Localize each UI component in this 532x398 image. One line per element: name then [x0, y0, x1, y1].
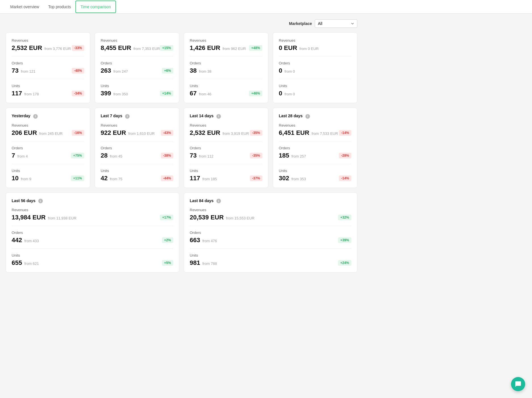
card-today-3: Revenues 1,426 EURfrom 962 EUR +48% Orde… — [184, 32, 268, 103]
orders-label-t2: Orders — [101, 61, 173, 65]
revenues-label-t1: Revenues — [12, 38, 84, 43]
orders-from-l84: from 476 — [202, 239, 217, 243]
units-badge-l84: +24% — [338, 260, 351, 266]
units-label-t2: Units — [101, 84, 173, 88]
orders-badge-l84: +39% — [338, 237, 351, 243]
units-value-t2: 399 — [101, 90, 111, 97]
revenues-value-t1: 2,532 EUR — [12, 44, 42, 51]
revenues-from-t1: from 3,776 EUR — [45, 47, 71, 51]
orders-badge-t1: -40% — [72, 68, 84, 74]
orders-label-y: Orders — [12, 146, 84, 150]
revenues-badge-t1: -33% — [72, 45, 84, 51]
units-value-t3: 67 — [190, 90, 197, 97]
units-from-l56: from 621 — [24, 261, 39, 266]
orders-value-y: 7 — [12, 152, 15, 159]
units-from-t4: from 0 — [284, 92, 295, 96]
units-label-t4: Units — [279, 84, 351, 88]
orders-from-l56: from 433 — [24, 239, 39, 243]
units-from-t3: from 46 — [199, 92, 211, 96]
orders-badge-t2: +6% — [162, 68, 173, 74]
revenues-badge-y: -16% — [72, 130, 84, 136]
revenues-value-l28: 6,451 EUR — [279, 129, 309, 136]
units-label-l14: Units — [190, 169, 262, 173]
revenues-label-l56: Revenues — [12, 208, 173, 212]
card-last7: Last 7 days i Revenues 922 EURfrom 1,610… — [95, 108, 179, 188]
tab-top-products[interactable]: Top products — [44, 1, 75, 12]
revenues-from-t3: from 962 EUR — [223, 47, 246, 51]
revenues-from-t2: from 7,353 EUR — [134, 47, 160, 51]
revenues-value-t2: 8,455 EUR — [101, 44, 131, 51]
units-badge-y: +11% — [71, 175, 84, 181]
units-badge-t1: -34% — [72, 91, 84, 96]
units-label-t3: Units — [190, 84, 262, 88]
info-icon-last84[interactable]: i — [216, 199, 221, 203]
tab-time-comparison[interactable]: Time comparison — [75, 1, 116, 13]
orders-badge-l14: -35% — [250, 153, 262, 158]
revenues-from-l7: from 1,610 EUR — [128, 131, 155, 136]
orders-badge-l28: -28% — [339, 153, 351, 158]
orders-value-l56: 442 — [12, 236, 22, 244]
units-from-t1: from 178 — [24, 92, 39, 96]
card-today-4: Revenues 0 EURfrom 0 EUR Orders 0from 0 … — [273, 32, 357, 103]
info-icon-last14[interactable]: i — [216, 114, 221, 119]
units-value-t4: 0 — [279, 90, 282, 97]
card-today-2: Revenues 8,455 EURfrom 7,353 EUR +15% Or… — [95, 32, 179, 103]
revenues-value-t3: 1,426 EUR — [190, 44, 220, 51]
revenues-label-l7: Revenues — [101, 123, 173, 127]
info-icon-last28[interactable]: i — [305, 114, 310, 119]
revenues-from-t4: from 0 EUR — [299, 47, 319, 51]
orders-value-t3: 38 — [190, 67, 197, 74]
units-badge-t3: +46% — [249, 91, 262, 96]
bot-row-grid: Last 56 days i Revenues 13,984 EURfrom 1… — [6, 192, 357, 273]
revenues-from-l56: from 11,938 EUR — [48, 216, 76, 220]
card-title-yesterday: Yesterday i — [12, 114, 84, 119]
units-value-l28: 302 — [279, 175, 289, 182]
info-icon-last56[interactable]: i — [38, 199, 43, 203]
revenues-label-l28: Revenues — [279, 123, 351, 127]
revenues-badge-l7: -43% — [161, 130, 173, 136]
revenues-label-t2: Revenues — [101, 38, 173, 43]
units-from-t2: from 350 — [113, 92, 128, 96]
revenues-value-y: 206 EUR — [12, 129, 37, 136]
units-value-l56: 655 — [12, 259, 22, 266]
info-icon-last7[interactable]: i — [125, 114, 130, 119]
orders-value-t2: 263 — [101, 67, 111, 74]
info-icon-yesterday[interactable]: i — [33, 114, 38, 119]
revenues-label-l14: Revenues — [190, 123, 262, 127]
card-last28: Last 28 days i Revenues 6,451 EURfrom 7,… — [273, 108, 357, 188]
revenues-value-l14: 2,532 EUR — [190, 129, 220, 136]
revenues-badge-t2: +15% — [160, 45, 173, 51]
revenues-badge-t3: +48% — [249, 45, 262, 51]
units-from-l84: from 788 — [202, 261, 217, 266]
orders-value-l7: 28 — [101, 152, 107, 159]
orders-from-t1: from 121 — [21, 69, 35, 74]
card-title-last28: Last 28 days i — [279, 114, 351, 119]
units-value-l14: 117 — [190, 175, 200, 182]
revenues-from-l84: from 15,553 EUR — [226, 216, 254, 220]
card-last84: Last 84 days i Revenues 20,539 EURfrom 1… — [184, 192, 357, 273]
units-badge-l28: -14% — [339, 175, 351, 181]
units-value-y: 10 — [12, 175, 18, 182]
revenues-value-l56: 13,984 EUR — [12, 214, 46, 221]
units-badge-l56: +5% — [162, 260, 173, 266]
marketplace-select[interactable]: All Amazon eBay — [315, 19, 357, 28]
orders-value-t4: 0 — [279, 67, 282, 74]
orders-label-l7: Orders — [101, 146, 173, 150]
orders-from-l28: from 257 — [292, 154, 306, 158]
revenues-label-t3: Revenues — [190, 38, 262, 43]
orders-from-l14: from 112 — [199, 154, 213, 158]
orders-label-l28: Orders — [279, 146, 351, 150]
revenues-value-t4: 0 EUR — [279, 44, 297, 51]
units-value-t1: 117 — [12, 90, 22, 97]
orders-value-t1: 73 — [12, 67, 18, 74]
units-badge-l7: -44% — [161, 175, 173, 181]
tab-market-overview[interactable]: Market overview — [6, 1, 44, 12]
top-row-grid: Revenues 2,532 EURfrom 3,776 EUR -33% Or… — [6, 32, 357, 103]
revenues-from-y: from 245 EUR — [39, 131, 62, 136]
units-from-l28: from 353 — [292, 177, 306, 181]
revenues-value-l7: 922 EUR — [101, 129, 126, 136]
orders-label-l84: Orders — [190, 231, 351, 235]
units-label-l28: Units — [279, 169, 351, 173]
units-value-l7: 42 — [101, 175, 107, 182]
orders-badge-l56: +2% — [162, 237, 173, 243]
